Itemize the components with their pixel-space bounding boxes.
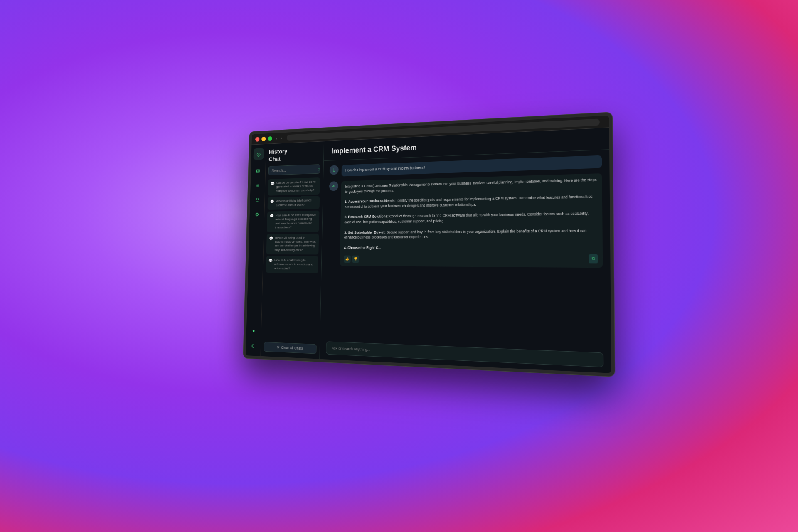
user-bubble: How do I implement a CRM system into my …	[342, 155, 602, 177]
ai-bubble: Integrating a CRM (Customer Relationship…	[340, 173, 603, 268]
grid-icon[interactable]: ⊞	[253, 165, 264, 177]
chat-text-1: Can AI be creative? How do AI-generated …	[276, 180, 318, 193]
search-input[interactable]	[271, 167, 318, 172]
chat-list: 💬 Can AI be creative? How do AI-generate…	[264, 177, 320, 341]
sparkle-icon[interactable]: ✦	[248, 325, 259, 337]
chat-text-5: How is AI contributing to advancements i…	[274, 259, 315, 271]
chat-text-4: How is AI being used in autonomous vehic…	[275, 236, 316, 252]
copy-button[interactable]: ⧉	[588, 254, 598, 263]
list-item[interactable]: 💬 How is AI being used in autonomous veh…	[266, 233, 319, 254]
search-icon: ⌕	[318, 167, 320, 172]
chat-icon-2: 💬	[270, 200, 274, 204]
chat-icon-1: 💬	[271, 182, 275, 186]
ai-message-text: Integrating a CRM (Customer Relationship…	[344, 177, 598, 251]
logo-icon[interactable]: ◎	[253, 148, 264, 160]
chat-icon-3: 💬	[270, 214, 274, 218]
minimize-button[interactable]	[261, 136, 266, 141]
user-avatar: U	[330, 165, 339, 175]
close-button[interactable]	[255, 137, 259, 141]
user-avatar-icon: U	[332, 168, 335, 172]
user-message-text: How do I implement a CRM system into my …	[345, 159, 597, 173]
laptop-screen: ‹ › ◎ ⊞ ≡ ⚇ ⚙ ✦ ☾	[243, 112, 615, 377]
forward-arrow[interactable]: ›	[280, 135, 283, 140]
main-content: Implement a CRM System U How do I implem…	[320, 128, 611, 373]
window-controls	[255, 136, 272, 141]
ai-message: AI Integrating a CRM (Customer Relations…	[328, 173, 603, 268]
list-item[interactable]: 💬 How is AI contributing to advancements…	[266, 256, 318, 273]
nav-buttons: ‹ ›	[275, 135, 283, 140]
message-actions: 👍 👎	[344, 255, 359, 263]
users-icon[interactable]: ⚇	[252, 194, 263, 205]
search-box[interactable]: ⌕	[268, 164, 320, 175]
list-item[interactable]: 💬 What is artificial intelligence and ho…	[267, 196, 320, 210]
chat-input[interactable]	[332, 346, 596, 362]
thumbup-button[interactable]: 👍	[344, 255, 351, 263]
clear-button-label: Clear All Chats	[281, 345, 303, 350]
ai-avatar: AI	[329, 181, 338, 191]
chat-icon-4: 💬	[269, 236, 273, 240]
list-item[interactable]: 💬 Can AI be creative? How do AI-generate…	[268, 177, 320, 196]
clear-all-chats-button[interactable]: ✕ Clear All Chats	[264, 342, 317, 354]
settings-icon[interactable]: ⚙	[251, 209, 262, 220]
moon-icon[interactable]: ☾	[248, 340, 259, 352]
chat-text-2: What is artificial intelligence and how …	[276, 198, 317, 207]
sidebar: History Chat ⌕ 💬 Can AI be creative? How…	[261, 141, 324, 359]
sidebar-subtitle: Chat	[268, 154, 320, 163]
list-icon[interactable]: ≡	[252, 179, 263, 191]
chat-text-3: How can AI be used to improve natural la…	[275, 213, 317, 229]
messages-area: U How do I implement a CRM system into m…	[320, 150, 611, 349]
maximize-button[interactable]	[268, 136, 272, 140]
back-arrow[interactable]: ‹	[275, 136, 278, 140]
laptop-scene: ‹ › ◎ ⊞ ≡ ⚇ ⚙ ✦ ☾	[242, 112, 615, 391]
app-body: ◎ ⊞ ≡ ⚇ ⚙ ✦ ☾ History Chat ⌕	[246, 128, 611, 373]
clear-x-icon: ✕	[277, 345, 280, 350]
list-item[interactable]: 💬 How can AI be used to improve natural …	[267, 211, 319, 232]
ai-avatar-icon: AI	[332, 185, 335, 187]
thumbdown-button[interactable]: 👎	[352, 255, 359, 263]
screen: ‹ › ◎ ⊞ ≡ ⚇ ⚙ ✦ ☾	[246, 116, 611, 373]
chat-icon-5: 💬	[268, 259, 273, 263]
